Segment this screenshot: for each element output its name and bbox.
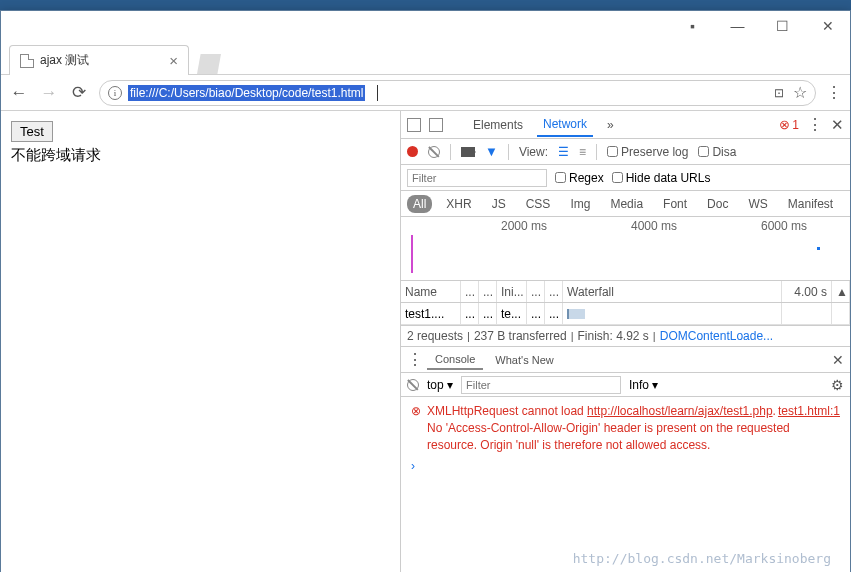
url-text: file:///C:/Users/biao/Desktop/code/test1…: [128, 85, 365, 101]
col-initiator[interactable]: Ini...: [497, 281, 527, 302]
summary-finish: Finish: 4.92 s: [577, 329, 648, 343]
new-tab-button[interactable]: [197, 54, 221, 74]
col-time: 4.00 s: [782, 281, 832, 302]
col-dots[interactable]: ...: [461, 281, 479, 302]
timeline-bar: [411, 235, 413, 273]
req-name: test1....: [401, 303, 461, 324]
tab-close-icon[interactable]: ×: [169, 52, 178, 69]
screenshot-icon[interactable]: [461, 147, 475, 157]
tab-elements[interactable]: Elements: [467, 114, 529, 136]
address-bar[interactable]: i file:///C:/Users/biao/Desktop/code/tes…: [99, 80, 816, 106]
text-cursor: [377, 85, 378, 101]
regex-checkbox[interactable]: Regex: [555, 171, 604, 185]
test-button[interactable]: Test: [11, 121, 53, 142]
filter-input[interactable]: [407, 169, 547, 187]
req-initiator: te...: [497, 303, 527, 324]
drawer-tabbar: ⋮ Console What's New ✕: [401, 347, 850, 373]
disable-cache-checkbox[interactable]: Disa: [698, 145, 736, 159]
summary-bytes: 237 B transferred: [474, 329, 567, 343]
device-icon[interactable]: [429, 118, 443, 132]
summary-requests: 2 requests: [407, 329, 463, 343]
maximize-button[interactable]: ☐: [760, 11, 805, 41]
devtools-menu[interactable]: ⋮: [807, 115, 823, 134]
info-icon[interactable]: i: [108, 86, 122, 100]
scroll-up-icon[interactable]: ▲: [832, 281, 850, 302]
type-css[interactable]: CSS: [520, 195, 557, 213]
console-clear-button[interactable]: [407, 379, 419, 391]
col-name[interactable]: Name: [401, 281, 461, 302]
back-button[interactable]: ←: [9, 83, 29, 103]
timeline-dot: [817, 247, 820, 250]
timeline-overview[interactable]: 2000 ms 4000 ms 6000 ms: [401, 217, 850, 281]
console-level[interactable]: Info ▾: [629, 378, 658, 392]
reload-button[interactable]: ⟳: [69, 82, 89, 103]
tab-more[interactable]: »: [601, 114, 620, 136]
tick-2000: 2000 ms: [501, 219, 547, 233]
view-large-icon[interactable]: ☰: [558, 145, 569, 159]
console-toolbar: top ▾ Info ▾ ⚙: [401, 373, 850, 397]
browser-tab[interactable]: ajax 测试 ×: [9, 45, 189, 75]
console-filter-input[interactable]: [461, 376, 621, 394]
type-other[interactable]: Other: [847, 195, 850, 213]
preserve-log-checkbox[interactable]: Preserve log: [607, 145, 688, 159]
view-label: View:: [519, 145, 548, 159]
bookmark-icon[interactable]: ☆: [793, 83, 807, 102]
col-waterfall[interactable]: Waterfall: [563, 281, 782, 302]
network-summary: 2 requests | 237 B transferred | Finish:…: [401, 325, 850, 347]
console-context[interactable]: top ▾: [427, 378, 453, 392]
translate-icon[interactable]: ⊡: [771, 85, 787, 101]
browser-window: ▪ — ☐ ✕ ajax 测试 × ← → ⟳ i file:///C:/Use…: [0, 10, 851, 572]
user-icon[interactable]: ▪: [670, 11, 715, 41]
drawer-menu[interactable]: ⋮: [407, 350, 423, 369]
tab-title: ajax 测试: [40, 52, 163, 69]
content-area: Test 不能跨域请求 Elements Network » 1 ⋮ ✕: [1, 111, 850, 572]
drawer-close-icon[interactable]: ✕: [832, 352, 844, 368]
tick-6000: 6000 ms: [761, 219, 807, 233]
watermark: http://blog.csdn.net/Marksinoberg: [573, 551, 831, 566]
type-font[interactable]: Font: [657, 195, 693, 213]
tab-strip: ajax 测试 ×: [1, 41, 850, 75]
menu-button[interactable]: ⋮: [826, 83, 842, 102]
drawer-tab-console[interactable]: Console: [427, 350, 483, 370]
type-img[interactable]: Img: [564, 195, 596, 213]
type-js[interactable]: JS: [486, 195, 512, 213]
devtools-close-icon[interactable]: ✕: [831, 116, 844, 134]
devtools-tabbar: Elements Network » 1 ⋮ ✕: [401, 111, 850, 139]
filter-icon[interactable]: ▼: [485, 144, 498, 159]
clear-button[interactable]: [428, 146, 440, 158]
inspect-icon[interactable]: [407, 118, 421, 132]
filter-row: Regex Hide data URLs: [401, 165, 850, 191]
drawer-tab-whatsnew[interactable]: What's New: [487, 351, 561, 369]
type-doc[interactable]: Doc: [701, 195, 734, 213]
network-toolbar: ▼ View: ☰ ≡ Preserve log Disa: [401, 139, 850, 165]
hide-data-urls-checkbox[interactable]: Hide data URLs: [612, 171, 711, 185]
console-settings-icon[interactable]: ⚙: [831, 377, 844, 393]
file-icon: [20, 54, 34, 68]
request-header-row: Name ... ... Ini... ... ... Waterfall 4.…: [401, 281, 850, 303]
console-prompt[interactable]: ›: [411, 459, 840, 473]
waterfall-bar: [567, 309, 585, 319]
type-all[interactable]: All: [407, 195, 432, 213]
close-button[interactable]: ✕: [805, 11, 850, 41]
forward-button[interactable]: →: [39, 83, 59, 103]
type-manifest[interactable]: Manifest: [782, 195, 839, 213]
type-ws[interactable]: WS: [742, 195, 773, 213]
error-source-link[interactable]: test1.html:1: [778, 403, 840, 420]
error-count[interactable]: 1: [779, 117, 799, 132]
type-media[interactable]: Media: [604, 195, 649, 213]
tick-4000: 4000 ms: [631, 219, 677, 233]
record-button[interactable]: [407, 146, 418, 157]
page-content: Test 不能跨域请求: [1, 111, 401, 572]
nav-toolbar: ← → ⟳ i file:///C:/Users/biao/Desktop/co…: [1, 75, 850, 111]
view-small-icon[interactable]: ≡: [579, 145, 586, 159]
tab-network[interactable]: Network: [537, 113, 593, 137]
console-output: test1.html:1 XMLHttpRequest cannot load …: [401, 397, 850, 572]
window-titlebar: ▪ — ☐ ✕: [1, 11, 850, 41]
request-row[interactable]: test1.... ...... te... ......: [401, 303, 850, 325]
minimize-button[interactable]: —: [715, 11, 760, 41]
devtools-panel: Elements Network » 1 ⋮ ✕ ▼ View: ☰ ≡: [401, 111, 850, 572]
type-xhr[interactable]: XHR: [440, 195, 477, 213]
error-url-link[interactable]: http://localhost/learn/ajax/test1.php: [587, 404, 772, 418]
page-text: 不能跨域请求: [11, 146, 390, 165]
console-error[interactable]: test1.html:1 XMLHttpRequest cannot load …: [411, 403, 840, 453]
